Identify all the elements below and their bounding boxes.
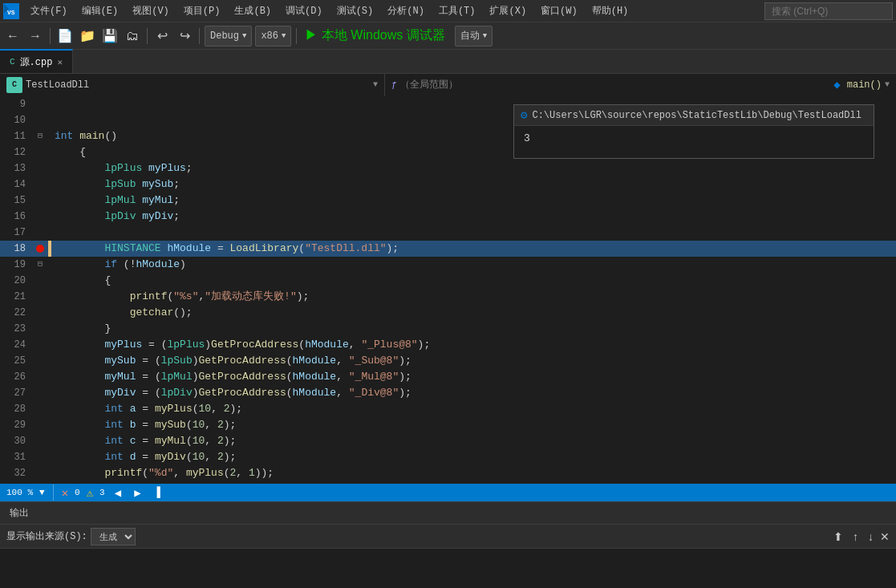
new-project-btn[interactable]: 📄 [55,26,75,46]
error-count: 0 [75,488,80,497]
tab-close-btn[interactable]: ✕ [57,57,63,67]
run-btn[interactable]: ▶ 本地 Windows 调试器 [302,26,448,46]
warning-icon: ⚠ [87,486,93,500]
collapse-btn[interactable]: ⊟ [38,128,43,144]
error-icon: ✕ [62,486,68,500]
menu-debug[interactable]: 调试(D) [279,2,329,19]
table-row: 32 printf("%d", myPlus(2, 1)); [0,465,896,481]
dropdown-arrow: ▼ [282,32,286,40]
table-row: 21 printf("%s","加载动态库失败!"); [0,289,896,305]
table-row: 16 lpDiv myDiv; [0,209,896,225]
tab-source-cpp[interactable]: C 源.cpp ✕ [0,49,73,73]
dropdown-arrow: ▼ [242,32,246,40]
menu-edit[interactable]: 编辑(E) [75,2,125,19]
table-row: 19 ⊟ if (!hModule) [0,257,896,273]
save-btn[interactable]: 💾 [100,26,120,46]
sep2 [147,28,148,44]
nav-next[interactable]: ▶ [131,486,144,500]
auto-dropdown[interactable]: 自动 ▼ [455,26,493,47]
output-panel: 输出 显示输出来源(S): 生成 ⬆ ↑ ↓ ✕ [0,501,896,582]
menu-view[interactable]: 视图(V) [126,2,176,19]
main-toolbar: ← → 📄 📁 💾 🗂 ↩ ↪ Debug ▼ x86 ▼ ▶ 本地 Windo… [0,22,896,50]
panel-scroll-top-btn[interactable]: ⬆ [830,529,846,545]
tab-icon: C [10,57,15,67]
nav-end[interactable]: ▐ [151,486,164,499]
redo-btn[interactable]: ↪ [175,26,194,46]
menu-project[interactable]: 项目(P) [177,2,227,19]
navigation-bar: C TestLoadDll ▼ ƒ （全局范围） ◆ main() ▼ [0,74,896,96]
table-row: 26 myMul = (lpMul)GetProcAddress(hModule… [0,369,896,385]
nav-prev[interactable]: ◀ [111,486,124,500]
source-select[interactable]: 生成 [91,528,136,545]
popup-content: 3 [514,126,874,158]
editor-area: 9 10 11 ⊟ int main() 12 [0,96,896,484]
table-row: 28 int a = myPlus(10, 2); [0,401,896,417]
panel-toolbar: 显示输出来源(S): 生成 ⬆ ↑ ↓ ✕ [0,525,896,549]
menu-test[interactable]: 测试(S) [330,2,380,19]
panel-close-btn[interactable]: ✕ [880,529,890,545]
menu-window[interactable]: 窗口(W) [534,2,584,19]
arch-dropdown[interactable]: x86 ▼ [255,26,291,47]
code-editor[interactable]: 9 10 11 ⊟ int main() 12 [0,96,896,484]
warning-count: 3 [99,488,105,497]
scope-label: （全局范围） [400,78,458,91]
panel-header: 输出 [0,502,896,525]
table-row: 24 myPlus = (lpPlus)GetProcAddress(hModu… [0,337,896,353]
scope-class: TestLoadDll [26,79,89,91]
debug-config-dropdown[interactable]: Debug ▼ [205,26,252,47]
scope-icon: C [6,77,22,93]
table-row: 25 mySub = (lpSub)GetProcAddress(hModule… [0,353,896,369]
sep1 [50,28,51,44]
svg-text:VS: VS [7,9,15,16]
popup-value: 3 [524,132,530,144]
collapse-btn2[interactable]: ⊟ [38,257,43,273]
table-row: 22 getchar(); [0,305,896,321]
member-arrow: ▼ [885,80,890,89]
zoom-dropdown-arrow[interactable]: ▼ [39,488,45,497]
sep3 [199,28,200,44]
menu-extensions[interactable]: 扩展(X) [483,2,533,19]
table-row: 30 int c = myMul(10, 2); [0,433,896,449]
table-row: 29 int b = mySub(10, 2); [0,417,896,433]
popup-title-text: C:\Users\LGR\source\repos\StaticTestLib\… [532,110,861,121]
table-row: 13 lpPlus myPlus; [0,160,896,176]
member-icon: ƒ [391,80,397,90]
zoom-label: 100 % [6,488,33,497]
save-all-btn[interactable]: 🗂 [123,26,142,46]
table-row: 14 lpSub mySub; [0,176,896,193]
menu-build[interactable]: 生成(B) [228,2,278,19]
table-row: 17 [0,225,896,241]
table-row: 18 HINSTANCE hModule = LoadLibrary("Test… [0,241,896,257]
menu-file[interactable]: 文件(F) [24,2,74,19]
dropdown-arrow: ▼ [483,32,487,40]
tab-label: 源.cpp [20,55,53,69]
debug-popup: ⚙ C:\Users\LGR\source\repos\StaticTestLi… [513,104,874,159]
menu-analyze[interactable]: 分析(N) [381,2,431,19]
panel-scroll-next-btn[interactable]: ↓ [865,529,877,545]
popup-title-bar: ⚙ C:\Users\LGR\source\repos\StaticTestLi… [514,105,874,126]
back-btn[interactable]: ← [3,26,22,46]
menu-bar: VS 文件(F) 编辑(E) 视图(V) 项目(P) 生成(B) 调试(D) 测… [0,0,896,22]
panel-scroll-prev-btn[interactable]: ↑ [849,529,862,545]
table-row: 27 myDiv = (lpDiv)GetProcAddress(hModule… [0,385,896,401]
panel-title: 输出 [10,506,29,520]
scope-arrow: ▼ [373,80,378,89]
menu-help[interactable]: 帮助(H) [586,2,635,19]
open-btn[interactable]: 📁 [78,26,97,46]
search-input[interactable] [764,2,893,20]
status-bar: 100 % ▼ ✕ 0 ⚠ 3 ◀ ▶ ▐ [0,484,896,501]
member-icon2: ◆ [833,78,840,91]
undo-btn[interactable]: ↩ [152,26,172,46]
table-row: 23 } [0,321,896,337]
table-row: 20 { [0,273,896,289]
scope-dropdown[interactable]: C TestLoadDll ▼ [0,74,385,96]
member-dropdown[interactable]: ƒ （全局范围） ◆ main() ▼ [385,74,896,96]
table-row: 15 lpMul myMul; [0,193,896,209]
tab-bar: C 源.cpp ✕ [0,50,896,74]
status-sep [53,485,54,501]
menu-tools[interactable]: 工具(T) [432,2,482,19]
source-label: 显示输出来源(S): [6,529,87,543]
forward-btn[interactable]: → [26,26,45,46]
panel-actions: ⬆ ↑ ↓ ✕ [830,529,890,545]
popup-icon: ⚙ [521,108,527,122]
